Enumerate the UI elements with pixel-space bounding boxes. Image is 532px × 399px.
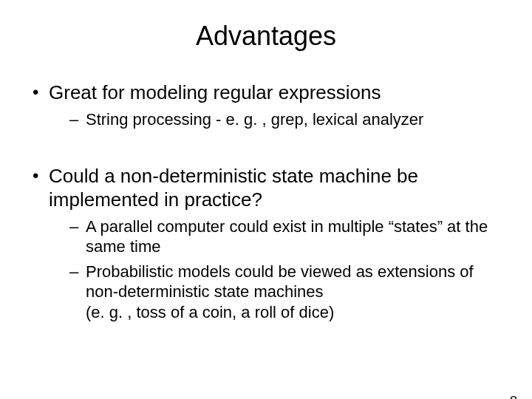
sub-list-2: A parallel computer could exist in multi… bbox=[49, 216, 502, 323]
sub-1-1-text: String processing - e. g. , grep, lexica… bbox=[86, 110, 423, 129]
slide-title: Advantages bbox=[0, 21, 532, 52]
sub-2-1-text: A parallel computer could exist in multi… bbox=[86, 217, 488, 256]
sub-list-1: String processing - e. g. , grep, lexica… bbox=[49, 109, 502, 130]
bullet-2-text: Could a non-deterministic state machine … bbox=[49, 165, 418, 211]
slide: Advantages Great for modeling regular ex… bbox=[0, 21, 532, 399]
bullet-item-1: Great for modeling regular expressions S… bbox=[30, 81, 502, 129]
sub-item-2-1: A parallel computer could exist in multi… bbox=[69, 216, 502, 257]
spacer bbox=[30, 137, 502, 165]
sub-2-2-text: Probabilistic models could be viewed as … bbox=[86, 262, 474, 321]
bullet-list: Great for modeling regular expressions S… bbox=[0, 81, 532, 322]
bullet-item-2: Could a non-deterministic state machine … bbox=[30, 165, 502, 322]
sub-item-2-2: Probabilistic models could be viewed as … bbox=[69, 262, 502, 323]
page-number: 8 bbox=[510, 394, 517, 399]
bullet-1-text: Great for modeling regular expressions bbox=[49, 81, 381, 103]
sub-item-1-1: String processing - e. g. , grep, lexica… bbox=[69, 109, 502, 130]
